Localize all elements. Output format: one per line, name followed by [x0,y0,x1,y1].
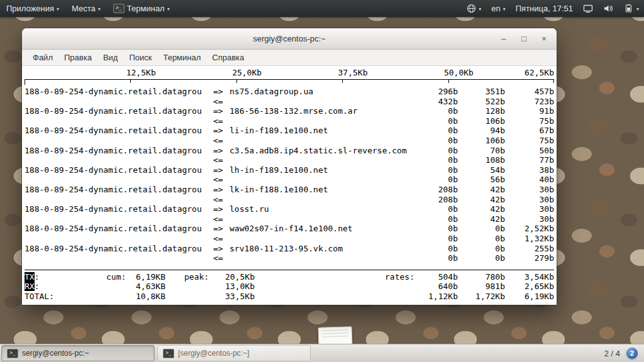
menu-edit[interactable]: Правка [58,53,97,62]
maximize-button[interactable]: □ [519,34,529,44]
rx-rate-10s: 981b [458,282,505,292]
battery-indicator[interactable]: ▾ [618,0,644,17]
terminal-content[interactable]: 12,5Kb 25,0Kb 37,5Kb 50,0Kb 62,5Kb 188-0… [22,66,557,305]
rate-2s: 0b [414,146,458,156]
rate-40s: 38b [505,165,554,175]
remote-host: waw02s07-in-f14.1e100.net [230,224,414,234]
flow-line-rx: <=0b42b30b [25,214,554,224]
top-panel: Приложения ▾ Места ▾ Терминал ▾ ▾ en ▾ П… [0,0,644,17]
terminal-icon [163,349,174,358]
flow-line-tx: 188-0-89-254-dynamic.retail.datagrou=>sr… [25,244,554,254]
rate-40s: 91b [505,106,554,116]
rate-10s: 54b [458,165,505,175]
rate-2s: 0b [414,204,458,214]
local-host: 188-0-89-254-dynamic.retail.datagrou [25,146,213,156]
rate-10s: 0b [458,253,505,263]
window-controls: – □ × [499,28,549,49]
window-titlebar[interactable]: sergiy@centos-pc:~ – □ × [22,28,557,50]
remote-host [230,214,414,224]
tx-rate-10s: 780b [458,272,505,282]
total-peak-value: 33,5Kb [213,292,255,302]
rates-label-empty [255,292,414,302]
arrow-tx-icon: => [213,244,230,254]
local-host [25,253,213,263]
rate-10s: 0b [458,234,505,244]
display-indicator[interactable] [578,0,598,17]
rate-40s: 75b [505,136,554,146]
total-label-text: TOTAL [25,292,49,301]
arrow-tx-icon: => [213,146,230,156]
rate-40s: 77b [505,155,554,165]
remote-host [230,97,414,107]
arrow-rx-icon: <= [213,195,230,205]
globe-icon [467,4,476,13]
menu-file[interactable]: Файл [27,53,58,62]
local-host: 188-0-89-254-dynamic.retail.datagrou [25,87,213,97]
workspace-badge[interactable]: 2 [626,348,638,359]
footer-tx-line: TX: cum: 6,19KB peak: 20,5Kb rates: 504b… [25,272,554,282]
tx-rate-40s: 3,54Kb [505,272,554,282]
close-button[interactable]: × [539,34,549,44]
local-host [25,97,213,107]
rate-10s: 42b [458,185,505,195]
rate-10s: 106b [458,136,505,146]
rate-2s: 0b [414,155,458,165]
active-app-menu[interactable]: Терминал ▾ [107,0,176,17]
tx-rate-2s: 504b [414,272,458,282]
rx-cum-value: 4,63KB [129,282,165,292]
tx-label-colon: : [35,272,40,282]
flow-line-tx: 188-0-89-254-dynamic.retail.datagrou=>lh… [25,165,554,175]
chevron-down-icon: ▾ [636,6,639,12]
arrow-rx-icon: <= [213,253,230,263]
rate-2s: 432b [414,97,458,107]
rate-40s: 30b [505,195,554,205]
menu-view[interactable]: Вид [97,53,124,62]
rate-2s: 0b [414,126,458,136]
status-globe-menu[interactable]: ▾ [462,0,486,17]
flow-line-rx: <=432b522b723b [25,97,554,107]
keyboard-layout-menu[interactable]: en ▾ [486,0,510,17]
local-host [25,195,213,205]
flow-line-rx: <=0b108b77b [25,155,554,165]
rate-2s: 296b [414,87,458,97]
menu-search[interactable]: Поиск [123,53,157,62]
rate-40s: 30b [505,204,554,214]
flow-line-rx: <=0b106b75b [25,136,554,146]
menu-terminal[interactable]: Терминал [157,53,206,62]
taskbar-window-terminal[interactable]: sergiy@centos-pc:~ [1,345,155,361]
rate-10s: 94b [458,126,505,136]
arrow-tx-icon: => [213,224,230,234]
iftop-footer: TX: cum: 6,19KB peak: 20,5Kb rates: 504b… [25,272,554,302]
arrow-rx-icon: <= [213,214,230,224]
rate-2s: 0b [414,165,458,175]
applications-menu[interactable]: Приложения ▾ [0,0,65,17]
rate-2s: 208b [414,185,458,195]
iftop-scale-row: 12,5Kb 25,0Kb 37,5Kb 50,0Kb 62,5Kb [25,68,554,77]
remote-host: losst.ru [230,204,414,214]
arrow-rx-icon: <= [213,155,230,165]
workspace-pager[interactable]: 2 / 4 [604,349,620,358]
ruler-tick [130,79,131,83]
taskbar-window-terminal-minimized[interactable]: [sergiy@centos-pc:~] [157,345,311,361]
menu-help[interactable]: Справка [206,53,250,62]
taskbar-window-label: sergiy@centos-pc:~ [22,349,89,358]
flow-line-rx: <=208b42b30b [25,195,554,205]
rate-40s: 279b [505,253,554,263]
rx-label-text: RX [25,282,35,291]
arrow-tx-icon: => [213,165,230,175]
chevron-down-icon: ▾ [98,6,101,12]
display-icon [583,4,593,13]
tx-label: TX: [25,272,106,282]
minimize-button[interactable]: – [499,34,509,44]
ruler-tick [448,79,449,83]
applications-menu-label: Приложения [6,4,54,13]
total-cum-value: 10,8KB [129,292,165,302]
clock-menu[interactable]: Пятница, 17:51 [511,0,578,17]
volume-indicator[interactable] [598,0,618,17]
local-host [25,175,213,185]
arrow-tx-icon: => [213,106,230,116]
rx-rate-2s: 640b [414,282,458,292]
window-title: sergiy@centos-pc:~ [253,34,325,43]
rate-40s: 40b [505,175,554,185]
places-menu[interactable]: Места ▾ [65,0,107,17]
